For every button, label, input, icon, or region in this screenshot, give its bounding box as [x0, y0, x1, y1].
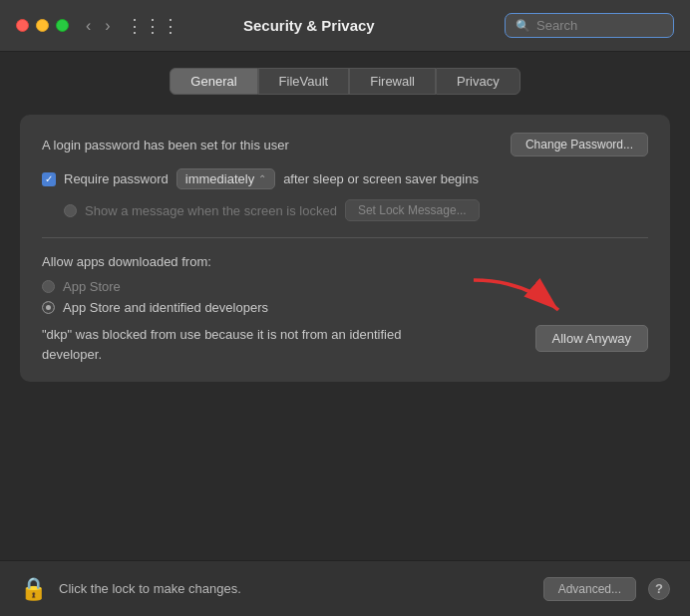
lock-message-label: Show a message when the screen is locked	[85, 203, 337, 218]
search-icon: 🔍	[516, 19, 530, 33]
tab-privacy[interactable]: Privacy	[436, 68, 520, 95]
arrow-container: Allow Anyway	[525, 325, 648, 352]
lock-message-radio[interactable]	[64, 204, 77, 217]
allow-apps-title: Allow apps downloaded from:	[42, 254, 648, 269]
traffic-lights	[16, 19, 69, 32]
search-box[interactable]: 🔍	[505, 13, 674, 38]
advanced-button[interactable]: Advanced...	[543, 577, 636, 601]
minimize-button[interactable]	[36, 19, 49, 32]
general-section: A login password has been set for this u…	[20, 115, 670, 382]
password-row: A login password has been set for this u…	[42, 133, 648, 156]
window-title: Security & Privacy	[114, 17, 505, 34]
after-sleep-text: after sleep or screen saver begins	[283, 171, 479, 186]
require-password-label: Require password	[64, 171, 169, 186]
require-password-checkbox[interactable]: ✓	[42, 172, 56, 186]
allow-anyway-button[interactable]: Allow Anyway	[535, 325, 648, 352]
checkmark-icon: ✓	[45, 174, 53, 184]
app-store-identified-label: App Store and identified developers	[63, 300, 268, 315]
section-divider	[42, 237, 648, 238]
password-text: A login password has been set for this u…	[42, 138, 289, 153]
require-password-row: ✓ Require password immediately ⌃ after s…	[42, 168, 648, 189]
tab-general[interactable]: General	[170, 68, 257, 95]
immediately-value: immediately	[185, 171, 254, 186]
blocked-text: "dkp" was blocked from use because it is…	[42, 325, 411, 364]
back-button[interactable]: ‹	[81, 15, 96, 37]
red-arrow-icon	[464, 270, 573, 325]
chevron-down-icon: ⌃	[258, 173, 266, 184]
tab-filevault[interactable]: FileVault	[258, 68, 350, 95]
set-lock-button[interactable]: Set Lock Message...	[345, 199, 480, 221]
lock-icon: 🔒	[20, 576, 47, 602]
app-store-label: App Store	[63, 279, 121, 294]
bottom-bar: 🔒 Click the lock to make changes. Advanc…	[0, 560, 690, 616]
titlebar: ‹ › ⋮⋮⋮ Security & Privacy 🔍	[0, 0, 690, 52]
tab-firewall[interactable]: Firewall	[349, 68, 436, 95]
maximize-button[interactable]	[56, 19, 69, 32]
tab-bar: General FileVault Firewall Privacy	[20, 68, 670, 95]
close-button[interactable]	[16, 19, 29, 32]
help-button[interactable]: ?	[648, 578, 670, 600]
main-content: General FileVault Firewall Privacy A log…	[0, 52, 690, 560]
blocked-row: "dkp" was blocked from use because it is…	[42, 325, 648, 364]
change-password-button[interactable]: Change Password...	[511, 133, 648, 156]
lock-text: Click the lock to make changes.	[59, 581, 531, 596]
lock-message-row: Show a message when the screen is locked…	[64, 199, 648, 221]
app-store-radio[interactable]	[42, 280, 55, 293]
immediately-dropdown[interactable]: immediately ⌃	[176, 168, 275, 189]
app-store-identified-radio[interactable]	[42, 301, 55, 314]
search-input[interactable]	[536, 18, 656, 33]
nav-buttons: ‹ ›	[81, 15, 116, 37]
